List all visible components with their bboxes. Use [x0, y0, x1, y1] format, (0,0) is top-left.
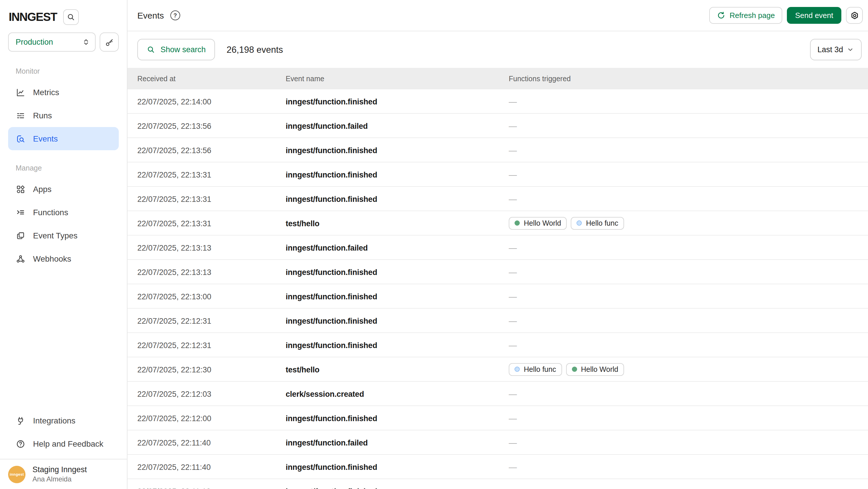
- header-actions: Refresh page Send event: [709, 7, 863, 24]
- event-types-copy-icon: [16, 231, 26, 240]
- page-help-icon[interactable]: ?: [170, 10, 180, 20]
- table-row[interactable]: 22/07/2025, 22:12:31inngest/function.fin…: [127, 309, 868, 333]
- refresh-icon: [717, 11, 725, 20]
- empty-dash: —: [509, 462, 517, 471]
- table-row[interactable]: 22/07/2025, 22:12:31inngest/function.fin…: [127, 333, 868, 357]
- function-badge-label: Hello World: [581, 365, 618, 373]
- table-row[interactable]: 22/07/2025, 22:13:31inngest/function.fin…: [127, 163, 868, 187]
- sidebar-item-label: Runs: [33, 111, 52, 120]
- received-at-cell: 22/07/2025, 22:13:31: [137, 195, 211, 203]
- event-name-cell: inngest/function.finished: [286, 170, 377, 179]
- sidebar-item-help-and-feedback[interactable]: Help and Feedback: [8, 432, 119, 455]
- event-keys-button[interactable]: [100, 32, 119, 52]
- empty-dash: —: [509, 486, 517, 489]
- table-row[interactable]: 22/07/2025, 22:11:40inngest/function.fai…: [127, 430, 868, 455]
- function-badge[interactable]: Hello func: [571, 217, 624, 229]
- table-row[interactable]: 22/07/2025, 22:13:56inngest/function.fin…: [127, 138, 868, 163]
- column-header-received-at: Received at: [137, 75, 286, 83]
- table-row[interactable]: 22/07/2025, 22:13:31test/helloHello Worl…: [127, 211, 868, 235]
- sidebar-item-functions[interactable]: Functions: [8, 201, 119, 224]
- received-at-cell: 22/07/2025, 22:13:13: [137, 268, 211, 277]
- function-badge[interactable]: Hello World: [509, 217, 567, 229]
- refresh-page-label: Refresh page: [730, 11, 775, 20]
- sidebar-item-runs[interactable]: Runs: [8, 104, 119, 127]
- received-at-cell: 22/07/2025, 22:13:56: [137, 146, 211, 154]
- table-row[interactable]: 22/07/2025, 22:13:56inngest/function.fai…: [127, 114, 868, 138]
- function-badge[interactable]: Hello func: [509, 363, 562, 376]
- functions-triggered-cell: Hello WorldHello func: [509, 217, 868, 229]
- functions-terminal-icon: [16, 207, 26, 217]
- sidebar-item-apps[interactable]: Apps: [8, 177, 119, 201]
- section-label: Monitor: [8, 67, 119, 76]
- functions-triggered-cell: —: [509, 315, 868, 326]
- table-row[interactable]: 22/07/2025, 22:13:13inngest/function.fin…: [127, 260, 868, 284]
- table-row[interactable]: 22/07/2025, 22:13:13inngest/function.fai…: [127, 235, 868, 260]
- table-row[interactable]: 22/07/2025, 22:12:00inngest/function.fin…: [127, 406, 868, 430]
- table-row[interactable]: 22/07/2025, 22:13:00inngest/function.fin…: [127, 284, 868, 309]
- table-row[interactable]: 22/07/2025, 22:13:31inngest/function.fin…: [127, 187, 868, 211]
- time-range-select[interactable]: Last 3d: [810, 39, 862, 60]
- functions-triggered-cell: —: [509, 461, 868, 472]
- settings-button[interactable]: [846, 7, 863, 24]
- event-name-cell: inngest/function.finished: [286, 414, 377, 423]
- events-table-body: 22/07/2025, 22:14:00inngest/function.fin…: [127, 89, 868, 489]
- empty-dash: —: [509, 170, 517, 179]
- event-name-cell: inngest/function.finished: [286, 292, 377, 301]
- sidebar-item-webhooks[interactable]: Webhooks: [8, 247, 119, 270]
- table-row[interactable]: 22/07/2025, 22:12:30test/helloHello func…: [127, 357, 868, 382]
- search-icon: [147, 45, 155, 54]
- received-at-cell: 22/07/2025, 22:12:03: [137, 390, 211, 398]
- event-name-cell: test/hello: [286, 219, 319, 228]
- sidebar-search-button[interactable]: [63, 9, 79, 25]
- function-badge-label: Hello World: [524, 219, 561, 227]
- functions-triggered-cell: —: [509, 340, 868, 350]
- org-name: Staging Inngest: [32, 465, 87, 474]
- received-at-cell: 22/07/2025, 22:13:56: [137, 121, 211, 130]
- send-event-label: Send event: [795, 11, 833, 20]
- functions-triggered-cell: —: [509, 413, 868, 423]
- sidebar-item-metrics[interactable]: Metrics: [8, 81, 119, 104]
- events-count: 26,198 events: [226, 45, 283, 55]
- event-name-cell: inngest/function.finished: [286, 463, 377, 471]
- events-search-icon: [16, 134, 26, 144]
- table-row[interactable]: 22/07/2025, 22:12:03clerk/session.create…: [127, 382, 868, 406]
- sidebar-item-label: Help and Feedback: [33, 439, 103, 449]
- functions-triggered-cell: —: [509, 389, 868, 399]
- sidebar-section-monitor: Monitor Metrics Runs Events: [0, 67, 127, 150]
- empty-dash: —: [509, 316, 517, 325]
- event-name-cell: inngest/function.finished: [286, 487, 377, 489]
- empty-dash: —: [509, 194, 517, 203]
- received-at-cell: 22/07/2025, 22:13:13: [137, 243, 211, 252]
- table-row[interactable]: 22/07/2025, 22:11:13inngest/function.fin…: [127, 479, 868, 489]
- refresh-page-button[interactable]: Refresh page: [709, 7, 782, 24]
- table-row[interactable]: 22/07/2025, 22:14:00inngest/function.fin…: [127, 89, 868, 114]
- environment-select[interactable]: Production: [8, 32, 96, 52]
- function-status-dot-green: [515, 221, 520, 226]
- account-switcher[interactable]: inngest Staging Inngest Ana Almeida: [0, 459, 127, 489]
- received-at-cell: 22/07/2025, 22:14:00: [137, 97, 211, 106]
- sidebar-item-integrations[interactable]: Integrations: [8, 409, 119, 432]
- sidebar-item-label: Integrations: [33, 416, 75, 425]
- function-badge[interactable]: Hello World: [566, 363, 624, 376]
- org-avatar: inngest: [8, 465, 26, 483]
- gear-icon: [850, 11, 859, 20]
- sidebar-footer: Integrations Help and Feedback: [0, 409, 127, 459]
- empty-dash: —: [509, 96, 517, 106]
- account-info: Staging Inngest Ana Almeida: [32, 465, 87, 483]
- show-search-button[interactable]: Show search: [137, 39, 215, 60]
- sidebar-item-events[interactable]: Events: [8, 127, 119, 150]
- empty-dash: —: [509, 291, 517, 301]
- received-at-cell: 22/07/2025, 22:12:00: [137, 414, 211, 423]
- empty-dash: —: [509, 267, 517, 277]
- column-header-functions-triggered: Functions triggered: [509, 75, 868, 83]
- functions-triggered-cell: —: [509, 242, 868, 253]
- user-name: Ana Almeida: [32, 475, 87, 483]
- sidebar-item-event-types[interactable]: Event Types: [8, 224, 119, 247]
- environment-row: Production: [0, 25, 127, 52]
- table-row[interactable]: 22/07/2025, 22:11:40inngest/function.fin…: [127, 455, 868, 479]
- empty-dash: —: [509, 389, 517, 398]
- send-event-button[interactable]: Send event: [787, 7, 841, 24]
- function-badge-label: Hello func: [524, 365, 556, 373]
- functions-triggered-cell: —: [509, 145, 868, 155]
- apps-grid-icon: [16, 184, 26, 194]
